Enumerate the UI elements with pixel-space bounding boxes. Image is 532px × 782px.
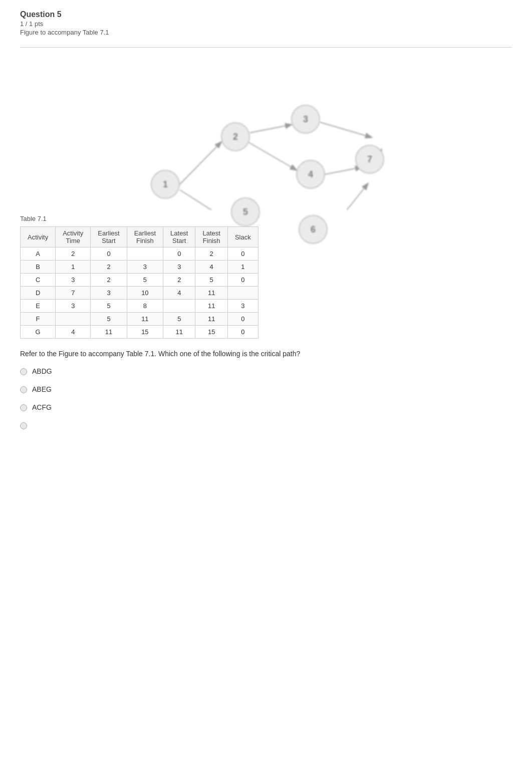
table-cell bbox=[127, 247, 163, 260]
table-cell: 3 bbox=[127, 260, 163, 274]
table-cell: 11 bbox=[195, 287, 227, 300]
table-cell: 4 bbox=[56, 326, 91, 339]
question-header: Question 5 1 / 1 pts Figure to accompany… bbox=[20, 10, 512, 48]
table-cell: 11 bbox=[195, 300, 227, 313]
svg-line-5 bbox=[320, 122, 371, 137]
table-cell bbox=[56, 313, 91, 326]
table-cell: 11 bbox=[91, 326, 127, 339]
table-cell: 3 bbox=[227, 300, 258, 313]
table-cell: 2 bbox=[91, 260, 127, 274]
col-latest-start: LatestStart bbox=[163, 227, 195, 247]
radio-button-3[interactable] bbox=[20, 422, 27, 429]
table-row: B123341 bbox=[21, 260, 258, 274]
table-cell: E bbox=[21, 300, 56, 313]
answer-label-0: ABDG bbox=[32, 367, 52, 375]
table-cell: 11 bbox=[163, 326, 195, 339]
svg-line-2 bbox=[180, 190, 231, 210]
answer-option-2[interactable]: ACFG bbox=[20, 403, 512, 411]
table-cell: 15 bbox=[127, 326, 163, 339]
table-cell: 1 bbox=[227, 260, 258, 274]
table-header-row: Activity ActivityTime EarliestStart Earl… bbox=[21, 227, 258, 247]
table-cell: 5 bbox=[163, 313, 195, 326]
table-cell: 15 bbox=[195, 326, 227, 339]
col-earliest-start: EarliestStart bbox=[91, 227, 127, 247]
table-row: F5115110 bbox=[21, 313, 258, 326]
node-4: 4 bbox=[296, 160, 325, 189]
table-cell: 3 bbox=[163, 260, 195, 274]
col-activity-time: ActivityTime bbox=[56, 227, 91, 247]
table-cell: 2 bbox=[56, 247, 91, 260]
svg-line-4 bbox=[248, 142, 296, 170]
answer-option-1[interactable]: ABEG bbox=[20, 385, 512, 393]
question-pts: 1 / 1 pts bbox=[20, 20, 512, 28]
table-cell: 10 bbox=[127, 287, 163, 300]
table-label: Table 7.1 bbox=[20, 215, 512, 222]
table-cell: A bbox=[21, 247, 56, 260]
table-cell: G bbox=[21, 326, 56, 339]
question-container: Question 5 1 / 1 pts Figure to accompany… bbox=[20, 10, 512, 429]
answer-label-2: ACFG bbox=[32, 403, 52, 411]
radio-button-0[interactable] bbox=[20, 368, 27, 375]
node-3: 3 bbox=[291, 105, 320, 134]
table-cell bbox=[227, 287, 258, 300]
activity-table: Activity ActivityTime EarliestStart Earl… bbox=[20, 226, 258, 339]
node-1: 1 bbox=[151, 170, 180, 199]
table-row: D7310411 bbox=[21, 287, 258, 300]
col-slack: Slack bbox=[227, 227, 258, 247]
table-row: A20020 bbox=[21, 247, 258, 260]
svg-line-1 bbox=[180, 142, 221, 184]
question-title: Question 5 bbox=[20, 10, 512, 19]
table-cell: 4 bbox=[195, 260, 227, 274]
node-6: 6 bbox=[299, 215, 328, 244]
table-cell: 0 bbox=[163, 247, 195, 260]
answer-option-3[interactable] bbox=[20, 421, 512, 429]
radio-button-1[interactable] bbox=[20, 386, 27, 393]
table-cell: 1 bbox=[56, 260, 91, 274]
col-activity: Activity bbox=[21, 227, 56, 247]
svg-line-8 bbox=[330, 184, 368, 210]
table-cell: 11 bbox=[195, 313, 227, 326]
node-2: 2 bbox=[221, 122, 250, 151]
question-text: Refer to the Figure to accompany Table 7… bbox=[20, 349, 512, 359]
table-cell: 2 bbox=[163, 274, 195, 287]
table-cell: 5 bbox=[127, 274, 163, 287]
network-diagram: 1 2 3 4 5 6 7 bbox=[121, 50, 411, 210]
table-cell: D bbox=[21, 287, 56, 300]
table-row: E358113 bbox=[21, 300, 258, 313]
table-cell: 4 bbox=[163, 287, 195, 300]
col-earliest-finish: EarliestFinish bbox=[127, 227, 163, 247]
col-latest-finish: LatestFinish bbox=[195, 227, 227, 247]
table-cell: 2 bbox=[195, 247, 227, 260]
table-cell: 7 bbox=[56, 287, 91, 300]
table-cell: B bbox=[21, 260, 56, 274]
node-7: 7 bbox=[355, 145, 384, 174]
table-cell: F bbox=[21, 313, 56, 326]
table-cell: 5 bbox=[91, 313, 127, 326]
table-cell: 2 bbox=[91, 274, 127, 287]
table-cell: 0 bbox=[91, 247, 127, 260]
table-cell: 11 bbox=[127, 313, 163, 326]
answer-options-container: ABDGABEGACFG bbox=[20, 367, 512, 429]
table-cell: 3 bbox=[56, 274, 91, 287]
answer-label-1: ABEG bbox=[32, 385, 52, 393]
table-cell: 5 bbox=[91, 300, 127, 313]
svg-line-3 bbox=[250, 125, 291, 133]
table-row: G4111511150 bbox=[21, 326, 258, 339]
node-5: 5 bbox=[231, 197, 260, 226]
answer-option-0[interactable]: ABDG bbox=[20, 367, 512, 375]
table-cell: C bbox=[21, 274, 56, 287]
table-cell bbox=[163, 300, 195, 313]
table-cell: 0 bbox=[227, 313, 258, 326]
table-cell: 0 bbox=[227, 326, 258, 339]
table-cell: 0 bbox=[227, 274, 258, 287]
table-cell: 5 bbox=[195, 274, 227, 287]
table-cell: 0 bbox=[227, 247, 258, 260]
table-cell: 3 bbox=[91, 287, 127, 300]
svg-line-6 bbox=[325, 167, 361, 174]
radio-button-2[interactable] bbox=[20, 404, 27, 411]
figure-caption: Figure to accompany Table 7.1 bbox=[20, 29, 512, 36]
table-row: C325250 bbox=[21, 274, 258, 287]
table-cell: 8 bbox=[127, 300, 163, 313]
table-cell: 3 bbox=[56, 300, 91, 313]
